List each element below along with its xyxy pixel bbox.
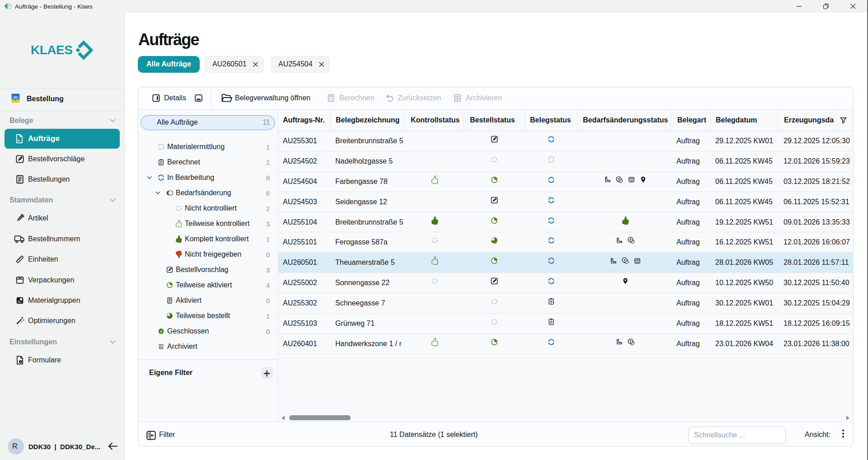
svg-text:KLAES: KLAES bbox=[31, 43, 72, 57]
